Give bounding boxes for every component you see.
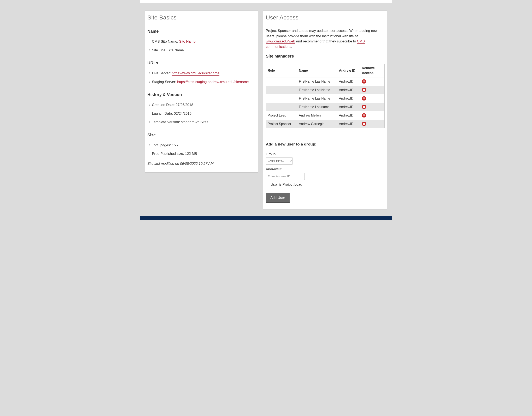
creation-date-label: Creation Date: (152, 103, 176, 107)
cell-remove (360, 86, 385, 94)
list-item: CMS Site Name: Site Name (149, 39, 256, 44)
cell-role (266, 86, 297, 94)
add-user-heading: Add a new user to a group: (266, 141, 385, 147)
list-item: Live Server: https://www.cmu.edu/sitenam… (149, 71, 256, 76)
site-managers-heading: Site Managers (266, 53, 385, 59)
cell-role: Project Sponsor (266, 120, 297, 128)
col-remove: Remove Access (360, 64, 385, 77)
col-andrew-id: Andrew ID (337, 64, 360, 77)
desc-pre-text: Project Sponsor and Leads may update use… (266, 29, 378, 38)
table-row: FirstName LastnameAndrewID (266, 103, 385, 111)
template-version-label: Template Version: (152, 120, 181, 124)
total-pages-value: 155 (172, 143, 178, 147)
andrew-id-input[interactable] (266, 173, 305, 180)
cell-name: Andrew Mellon (297, 111, 337, 120)
cell-role (266, 77, 297, 86)
divider (266, 138, 385, 138)
site-basics-title: Site Basics (147, 13, 256, 22)
cell-andrew-id: AndrewID (337, 120, 360, 128)
table-row: FirstName LastNameAndrewID (266, 94, 385, 103)
cell-andrew-id: AndrewID (337, 103, 360, 111)
remove-icon[interactable] (362, 79, 366, 84)
remove-icon[interactable] (362, 122, 366, 126)
section-size-heading: Size (147, 132, 256, 138)
list-item: Template Version: standard-v6:Sites (149, 119, 256, 125)
list-item: Staging Server: https://cms-staging.andr… (149, 79, 256, 85)
list-item: Site Title: Site Name (149, 47, 256, 53)
project-lead-checkbox[interactable] (266, 183, 269, 186)
list-item: Total pages: 155 (149, 142, 256, 148)
cell-remove (360, 120, 385, 128)
prod-size-label: Prod Published size: (152, 152, 185, 156)
cell-remove (360, 77, 385, 86)
template-version-value: standard-v6:Sites (181, 120, 208, 124)
user-access-title: User Access (266, 13, 385, 22)
cell-name: Andrew Carnegie (297, 120, 337, 128)
cell-remove (360, 103, 385, 111)
project-lead-checkbox-label: User is Project Lead (271, 182, 302, 187)
table-row: Project LeadAndrew MellonAndrewID (266, 111, 385, 120)
project-lead-checkbox-row[interactable]: User is Project Lead (266, 182, 385, 187)
section-history-heading: History & Version (147, 92, 256, 98)
cell-name: FirstName LastName (297, 77, 337, 86)
col-name: Name (297, 64, 337, 77)
remove-icon[interactable] (362, 105, 366, 109)
staging-server-label: Staging Server: (152, 80, 177, 84)
cell-role (266, 94, 297, 103)
user-access-description: Project Sponsor and Leads may update use… (266, 28, 385, 49)
footer-bar (140, 216, 392, 220)
group-label: Group: (266, 151, 385, 157)
add-user-button[interactable]: Add User (266, 193, 290, 203)
desc-mid-text: and recommend that they subscribe to (295, 39, 357, 43)
andrew-id-label: AndrewID: (266, 167, 385, 172)
group-select[interactable]: --SELECT-- (266, 158, 293, 165)
total-pages-label: Total pages: (152, 143, 172, 147)
cell-andrew-id: AndrewID (337, 86, 360, 94)
site-title-value: Site Name (167, 48, 184, 52)
col-role: Role (266, 64, 297, 77)
site-title-label: Site Title: (152, 48, 167, 52)
cms-site-name-label: CMS Site Name: (152, 39, 179, 43)
launch-date-label: Launch Date: (152, 112, 174, 115)
table-row: FirstName LastNameAndrewID (266, 77, 385, 86)
cell-andrew-id: AndrewID (337, 77, 360, 86)
remove-icon[interactable] (362, 88, 366, 92)
instructional-website-link[interactable]: www.cmu.edu/web (266, 39, 295, 44)
cell-role: Project Lead (266, 111, 297, 120)
cell-role (266, 103, 297, 111)
cell-andrew-id: AndrewID (337, 111, 360, 120)
cell-name: FirstName LastName (297, 94, 337, 103)
desc-end-text: . (291, 45, 292, 49)
list-item: Creation Date: 07/26/2018 (149, 102, 256, 108)
remove-icon[interactable] (362, 113, 366, 118)
cell-remove (360, 94, 385, 103)
list-item: Prod Published size: 122 MB (149, 151, 256, 156)
table-row: FirstName LastNameAndrewID (266, 86, 385, 94)
site-managers-table: Role Name Andrew ID Remove Access FirstN… (266, 64, 385, 128)
table-row: Project SponsorAndrew CarnegieAndrewID (266, 120, 385, 128)
prod-size-value: 122 MB (185, 152, 197, 156)
section-name-heading: Name (147, 28, 256, 34)
cell-name: FirstName LastName (297, 86, 337, 94)
launch-date-value: 02/24/2019 (174, 112, 191, 115)
cell-name: FirstName Lastname (297, 103, 337, 111)
cms-site-name-link[interactable]: Site Name (179, 39, 195, 44)
staging-server-link[interactable]: https://cms-staging.andrew.cmu.edu/siten… (177, 80, 249, 84)
user-access-panel: User Access Project Sponsor and Leads ma… (263, 10, 387, 209)
last-modified-text: Site last modified on 06/08/2022 10:27 A… (147, 161, 256, 166)
remove-icon[interactable] (362, 96, 366, 101)
cell-remove (360, 111, 385, 120)
list-item: Launch Date: 02/24/2019 (149, 111, 256, 116)
live-server-label: Live Server: (152, 71, 171, 75)
section-urls-heading: URLs (147, 60, 256, 66)
creation-date-value: 07/26/2018 (176, 103, 193, 107)
site-basics-panel: Site Basics Name CMS Site Name: Site Nam… (145, 10, 258, 173)
live-server-link[interactable]: https://www.cmu.edu/sitename (171, 71, 219, 76)
cell-andrew-id: AndrewID (337, 94, 360, 103)
